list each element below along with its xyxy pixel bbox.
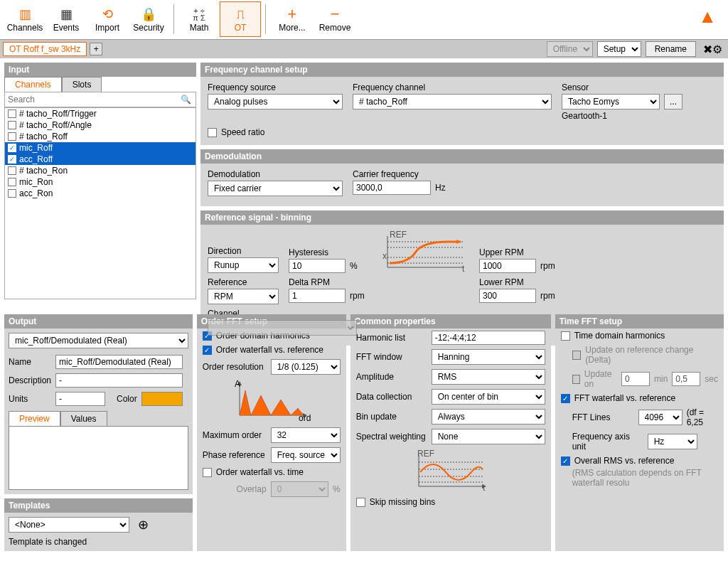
speed-ratio-checkbox[interactable] <box>208 128 217 137</box>
amplitude-select[interactable]: RMS <box>432 369 545 385</box>
channel-checkbox[interactable] <box>8 110 16 118</box>
upper-rpm-input[interactable] <box>479 259 536 273</box>
overlap-label: Overlap <box>203 484 267 494</box>
freq-source-select[interactable]: Analog pulses <box>208 94 343 110</box>
channel-item[interactable]: # tacho_Roff/Angle <box>5 119 196 131</box>
direction-select[interactable]: Runup <box>208 257 279 273</box>
freq-axis-select[interactable]: Hz <box>648 434 697 449</box>
channel-item[interactable]: ✓acc_Roff <box>5 154 196 165</box>
events-button[interactable]: ▦Events <box>46 1 87 37</box>
ot-button[interactable]: ⎍OT <box>220 1 261 37</box>
template-select[interactable]: <None> <box>9 517 129 533</box>
overlap-select[interactable]: 0 <box>271 481 328 497</box>
math-button[interactable]: + ÷π ΣMath <box>178 1 220 37</box>
channel-item[interactable]: # tacho_Roff/Trigger <box>5 108 196 119</box>
channel-checkbox[interactable] <box>8 189 16 198</box>
upper-rpm-label: Upper RPM <box>479 247 564 257</box>
harm-list-input[interactable] <box>432 331 545 345</box>
upd-sec-input[interactable] <box>672 372 700 386</box>
rename-button[interactable]: Rename <box>646 41 696 57</box>
max-order-select[interactable]: 32 <box>271 427 341 443</box>
search-row: 🔍 <box>4 92 196 107</box>
rms-note: (RMS calculation depends on FFT waterfal… <box>555 468 724 492</box>
reference-select[interactable]: RPM <box>208 289 279 304</box>
upd-ref-checkbox[interactable] <box>572 351 582 360</box>
channel-checkbox[interactable] <box>8 132 16 141</box>
datacol-label: Data collection <box>356 392 427 402</box>
channel-list[interactable]: # tacho_Roff/Trigger# tacho_Roff/Angle# … <box>4 107 196 299</box>
preview-tab[interactable]: Preview <box>9 411 60 426</box>
import-button[interactable]: ⟲Import <box>87 1 128 37</box>
time-harm-label: Time domain harmonics <box>574 331 665 341</box>
time-harm-checkbox[interactable] <box>561 331 570 341</box>
input-tab-slots[interactable]: Slots <box>62 77 102 92</box>
order-res-select[interactable]: 1/8 (0.125) <box>271 359 341 375</box>
skip-bins-checkbox[interactable] <box>356 498 365 507</box>
channel-checkbox[interactable]: ✓ <box>8 144 16 152</box>
sensor-more-button[interactable]: ... <box>664 94 682 110</box>
svg-text:t: t <box>483 483 486 492</box>
sensor-select[interactable]: Tacho Eomys <box>562 94 660 110</box>
carrier-input[interactable] <box>353 181 431 195</box>
order-wf-ref-checkbox[interactable]: ✓ <box>203 346 212 355</box>
output-name-input[interactable] <box>55 355 183 369</box>
view-select[interactable]: Setup <box>597 41 641 57</box>
channel-checkbox[interactable] <box>8 166 16 175</box>
specw-select[interactable]: None <box>432 429 545 444</box>
remove-button[interactable]: −Remove <box>314 1 355 37</box>
channels-button[interactable]: ▥Channels <box>4 1 46 37</box>
document-tab[interactable]: OT Roff f_sw 3kHz <box>3 42 87 56</box>
demod-title: Demodulation <box>200 149 724 164</box>
upd-min-input[interactable] <box>621 372 650 386</box>
channel-item[interactable]: mic_Ron <box>5 176 196 188</box>
security-button[interactable]: 🔒Security <box>128 1 169 37</box>
settings-icon[interactable]: ✖⚙ <box>700 43 725 56</box>
lower-rpm-unit: rpm <box>540 291 555 301</box>
channel-item[interactable]: # tacho_Ron <box>5 165 196 176</box>
lower-rpm-input[interactable] <box>479 289 536 303</box>
channel-item[interactable]: # tacho_Roff <box>5 131 196 142</box>
search-icon[interactable]: 🔍 <box>176 95 196 105</box>
channel-item[interactable]: ✓mic_Roff <box>5 142 196 154</box>
values-tab[interactable]: Values <box>60 411 107 426</box>
datacol-select[interactable]: On center of bin <box>432 389 545 405</box>
direction-label: Direction <box>208 246 279 256</box>
demod-select[interactable]: Fixed carrier <box>208 181 343 196</box>
minus-icon: − <box>331 6 340 23</box>
channel-checkbox[interactable] <box>8 121 16 129</box>
channel-checkbox[interactable]: ✓ <box>8 155 16 164</box>
search-input[interactable] <box>5 92 176 107</box>
reference-label: Reference <box>208 277 279 287</box>
channel-checkbox[interactable] <box>8 178 16 186</box>
upd-on-checkbox[interactable] <box>572 375 580 384</box>
input-tab-channels[interactable]: Channels <box>4 77 62 92</box>
channel-label: mic_Ron <box>19 177 53 187</box>
fft-window-label: FFT window <box>356 352 427 362</box>
fft-window-select[interactable]: Hanning <box>432 349 545 365</box>
more-button[interactable]: +More... <box>270 1 314 37</box>
template-options-icon[interactable]: ⊕ <box>138 517 149 533</box>
order-wf-time-checkbox[interactable] <box>203 468 212 477</box>
main-toolbar: ▥Channels ▦Events ⟲Import 🔒Security + ÷π… <box>0 0 728 40</box>
templates-title: Templates <box>4 498 193 513</box>
output-units-input[interactable] <box>55 392 105 406</box>
color-label: Color <box>117 394 137 404</box>
add-tab-button[interactable]: + <box>90 43 102 55</box>
refsig-channel-select[interactable] <box>208 320 357 336</box>
binning-diagram: REF t <box>412 449 490 492</box>
max-order-label: Maximum order <box>203 430 267 440</box>
hysteresis-input[interactable] <box>289 259 346 273</box>
delta-rpm-input[interactable] <box>289 289 346 303</box>
overall-rms-checkbox[interactable]: ✓ <box>561 456 570 466</box>
mode-select[interactable]: Offline <box>547 41 593 57</box>
color-swatch[interactable] <box>141 392 183 406</box>
fft-wf-ref-checkbox[interactable]: ✓ <box>561 394 570 403</box>
output-select[interactable]: mic_Roff/Demodulated (Real) <box>9 333 188 348</box>
binupd-select[interactable]: Always <box>432 409 545 424</box>
freq-channel-select[interactable]: # tacho_Roff <box>353 94 552 110</box>
channel-item[interactable]: acc_Ron <box>5 188 196 199</box>
fft-lines-select[interactable]: 4096 <box>638 410 682 425</box>
phase-ref-select[interactable]: Freq. source <box>271 447 341 463</box>
output-desc-input[interactable] <box>55 373 183 388</box>
svg-text:t: t <box>462 264 465 273</box>
